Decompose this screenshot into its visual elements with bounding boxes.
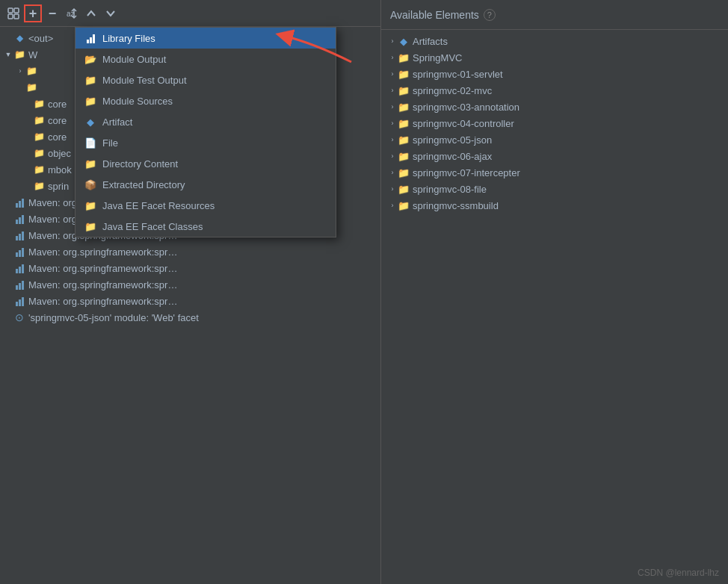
no-arrow bbox=[3, 263, 13, 273]
right-panel-header: Available Elements ? bbox=[381, 0, 728, 30]
no-arrow bbox=[3, 214, 13, 224]
menu-item-module-test-output[interactable]: 📁 Module Test Output bbox=[75, 69, 336, 90]
right-tree-item-ssmbuild[interactable]: › 📁 springmvc-ssmbuild bbox=[381, 197, 728, 214]
right-tree-content: › ◆ Artifacts › 📁 SpringMVC › 📁 springmv… bbox=[381, 30, 728, 584]
diamond-icon: ◆ bbox=[13, 32, 25, 44]
right-tree-item-artifacts[interactable]: › ◆ Artifacts bbox=[381, 33, 728, 49]
collapse-arrow: › bbox=[387, 103, 398, 111]
folder-icon: 📁 bbox=[25, 65, 37, 77]
no-arrow bbox=[22, 99, 33, 109]
arrow-icon bbox=[3, 33, 13, 43]
tree-item-label: core bbox=[48, 131, 67, 143]
menu-item-file[interactable]: 📄 File bbox=[75, 132, 336, 153]
sort-button[interactable]: az bbox=[63, 4, 81, 22]
tree-item-maven6[interactable]: Maven: org.springframework:sprin... bbox=[0, 276, 380, 293]
right-tree-item-04[interactable]: › 📁 springmvc-04-controller bbox=[381, 115, 728, 131]
available-elements-label: Available Elements bbox=[390, 9, 479, 21]
move-up-button[interactable] bbox=[82, 4, 100, 22]
file-icon: 📄 bbox=[84, 137, 96, 149]
dir-content-icon: 📁 bbox=[84, 158, 96, 170]
menu-item-module-output[interactable]: 📂 Module Output bbox=[75, 49, 336, 69]
tree-view-button[interactable] bbox=[4, 4, 22, 22]
menu-item-module-sources[interactable]: 📁 Module Sources bbox=[75, 90, 336, 111]
folder-icon: 📁 bbox=[398, 117, 410, 129]
artifacts-diamond-icon: ◆ bbox=[398, 35, 410, 47]
right-tree-item-07[interactable]: › 📁 springmvc-07-intercepter bbox=[381, 164, 728, 181]
facet-icon: ⊙ bbox=[13, 311, 25, 323]
no-arrow bbox=[3, 296, 13, 306]
menu-item-library-files[interactable]: Library Files bbox=[75, 28, 336, 49]
collapse-arrow: › bbox=[387, 185, 398, 193]
tree-item-label: sprin bbox=[48, 181, 69, 192]
no-arrow bbox=[22, 164, 33, 175]
menu-item-extracted-directory[interactable]: 📦 Extracted Directory bbox=[75, 174, 336, 195]
folder-icon: 📁 bbox=[398, 167, 410, 178]
menu-item-java-ee-classes[interactable]: 📁 Java EE Facet Classes bbox=[75, 216, 336, 237]
collapse-arrow: › bbox=[387, 119, 398, 127]
menu-item-label: Java EE Facet Resources bbox=[102, 200, 215, 211]
remove-button[interactable]: − bbox=[43, 4, 61, 22]
tree-item-facet[interactable]: ⊙ 'springmvc-05-json' module: 'Web' face… bbox=[0, 309, 380, 326]
right-panel: Available Elements ? › ◆ Artifacts › 📁 S… bbox=[381, 0, 728, 584]
tree-item-maven5[interactable]: Maven: org.springframework:sprin... bbox=[0, 260, 380, 276]
tree-item-maven4[interactable]: Maven: org.springframework:sprin... bbox=[0, 243, 380, 260]
tree-item-label: Maven: org.springframework:sprin... bbox=[28, 279, 178, 291]
bar-chart-icon bbox=[13, 213, 25, 225]
right-tree-item-label: SpringMVC bbox=[413, 52, 462, 63]
tree-item-label: Maven: org.springframework:sprin... bbox=[28, 263, 178, 274]
help-icon[interactable]: ? bbox=[484, 9, 496, 21]
right-tree-item-label: springmvc-04-controller bbox=[413, 118, 514, 129]
library-files-icon bbox=[84, 32, 96, 44]
add-button[interactable]: + bbox=[24, 4, 42, 22]
right-tree-item-06[interactable]: › 📁 springmvc-06-ajax bbox=[381, 148, 728, 164]
right-tree-item-02[interactable]: › 📁 springmvc-02-mvc bbox=[381, 82, 728, 99]
expand-arrow: › bbox=[15, 66, 25, 76]
no-arrow bbox=[22, 181, 33, 191]
module-test-icon: 📁 bbox=[84, 74, 96, 86]
right-tree-item-01[interactable]: › 📁 springmvc-01-servlet bbox=[381, 66, 728, 82]
java-ee-c-icon: 📁 bbox=[84, 220, 96, 232]
folder-icon: 📁 bbox=[33, 131, 45, 143]
tree-item-label: core bbox=[48, 99, 67, 110]
svg-rect-1 bbox=[14, 8, 19, 13]
folder-icon: 📁 bbox=[33, 180, 45, 192]
left-panel: + − az bbox=[0, 0, 381, 584]
right-tree-item-springmvc[interactable]: › 📁 SpringMVC bbox=[381, 49, 728, 66]
module-src-icon: 📁 bbox=[84, 95, 96, 107]
right-tree-item-03[interactable]: › 📁 springmvc-03-annotation bbox=[381, 99, 728, 115]
folder-icon: 📁 bbox=[398, 101, 410, 113]
move-down-button[interactable] bbox=[102, 4, 120, 22]
tree-item-label: 'springmvc-05-json' module: 'Web' facet bbox=[28, 312, 199, 323]
artifact-icon: ◆ bbox=[84, 116, 96, 128]
tree-item-label: Maven: org.springframework:sprin... bbox=[28, 246, 178, 258]
folder-icon: 📁 bbox=[33, 164, 45, 175]
no-arrow bbox=[15, 82, 25, 93]
toolbar: + − az bbox=[0, 0, 380, 27]
bar-chart-icon bbox=[13, 196, 25, 208]
right-tree-item-label: springmvc-03-annotation bbox=[413, 102, 519, 113]
folder-icon: 📁 bbox=[398, 183, 410, 195]
no-arrow bbox=[3, 197, 13, 208]
right-tree-item-label: springmvc-06-ajax bbox=[413, 151, 492, 162]
collapse-arrow: › bbox=[387, 87, 398, 94]
java-ee-icon: 📁 bbox=[84, 199, 96, 211]
right-tree-item-05[interactable]: › 📁 springmvc-05-json bbox=[381, 131, 728, 148]
folder-icon: 📁 bbox=[398, 52, 410, 63]
menu-item-artifact[interactable]: ◆ Artifact bbox=[75, 111, 336, 132]
folder-icon: 📁 bbox=[398, 134, 410, 146]
collapse-arrow: › bbox=[387, 202, 398, 209]
menu-item-directory-content[interactable]: 📁 Directory Content bbox=[75, 153, 336, 174]
module-output-icon: 📂 bbox=[84, 53, 96, 65]
tree-item-label: objec bbox=[48, 148, 71, 159]
menu-item-label: Artifact bbox=[102, 117, 132, 128]
bar-chart-icon bbox=[13, 295, 25, 307]
no-arrow bbox=[22, 131, 33, 142]
tree-item-maven7[interactable]: Maven: org.springframework:sprin... bbox=[0, 293, 380, 309]
no-arrow bbox=[22, 115, 33, 125]
collapse-arrow: › bbox=[387, 37, 398, 45]
collapse-arrow: › bbox=[387, 54, 398, 61]
menu-item-label: Directory Content bbox=[102, 158, 178, 170]
right-tree-item-08[interactable]: › 📁 springmvc-08-file bbox=[381, 181, 728, 197]
menu-item-java-ee-resources[interactable]: 📁 Java EE Facet Resources bbox=[75, 195, 336, 216]
bar-chart-icon bbox=[13, 229, 25, 241]
